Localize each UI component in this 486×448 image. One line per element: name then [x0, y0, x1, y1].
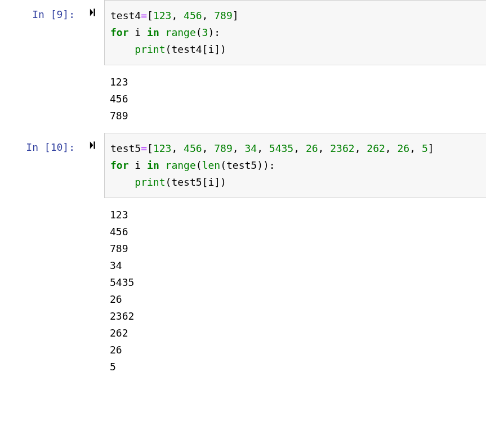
code-token: 26 [398, 142, 410, 154]
code-token: for [110, 159, 129, 171]
code-token: 262 [367, 142, 385, 154]
code-token: 123 [153, 142, 172, 154]
code-token: 789 [214, 142, 233, 154]
code-token: i [208, 43, 214, 55]
code-token: , [385, 142, 391, 154]
run-cell-icon[interactable] [89, 8, 97, 17]
code-token: i [135, 26, 141, 38]
code-token: , [171, 142, 177, 154]
code-token: 456 [184, 10, 202, 21]
code-token: , [233, 142, 239, 154]
run-column [82, 201, 104, 207]
prompt-column [0, 201, 82, 207]
code-token: : [214, 26, 220, 38]
code-token: , [355, 142, 361, 154]
code-token: ] [233, 10, 239, 21]
code-cell: In [9]: test4=[123, 456, 789] for i in r… [0, 0, 486, 65]
code-token: test5 [171, 176, 202, 188]
code-token [416, 142, 422, 154]
code-token: , [202, 142, 208, 154]
code-token [159, 26, 166, 38]
code-token: ) [257, 159, 263, 171]
code-token: 789 [214, 10, 233, 21]
code-token [391, 142, 398, 154]
code-token: ( [196, 26, 202, 38]
run-column [82, 133, 104, 150]
code-token: test4 [110, 10, 141, 21]
code-token: , [257, 142, 263, 154]
code-input-area[interactable]: test4=[123, 456, 789] for i in range(3):… [104, 0, 486, 65]
content-column: 123 456 789 [104, 68, 486, 130]
code-token: ] [428, 142, 434, 154]
code-token: : [269, 159, 275, 171]
code-token [239, 142, 245, 154]
output-cell: 123 456 789 34 5435 26 2362 262 26 5 [0, 201, 486, 381]
code-token: , [202, 10, 208, 21]
code-token: i [135, 159, 141, 171]
content-column: test5=[123, 456, 789, 34, 5435, 26, 2362… [104, 133, 486, 198]
code-token: 5435 [269, 142, 293, 154]
code-token: [ [147, 142, 153, 154]
output-area: 123 456 789 [104, 68, 486, 130]
code-token [129, 159, 135, 171]
code-token: print [135, 43, 165, 55]
svg-rect-0 [93, 8, 95, 16]
code-token [208, 142, 214, 154]
code-token [159, 159, 166, 171]
code-token: 2362 [330, 142, 354, 154]
code-token: test5 [110, 142, 141, 154]
code-token [300, 142, 306, 154]
code-token: [ [202, 176, 208, 188]
code-token: , [409, 142, 416, 154]
code-token: 5 [422, 142, 428, 154]
code-token: 456 [184, 142, 202, 154]
code-token [141, 159, 147, 171]
code-token [208, 10, 214, 21]
code-token: ] [214, 176, 220, 188]
code-token: i [208, 176, 214, 188]
code-token: for [110, 26, 129, 38]
input-prompt: In [9]: [32, 8, 75, 20]
run-column [82, 0, 104, 17]
code-token: ( [196, 159, 202, 171]
code-input-area[interactable]: test5=[123, 456, 789, 34, 5435, 26, 2362… [104, 133, 486, 198]
code-token: = [141, 10, 147, 21]
run-cell-icon[interactable] [89, 141, 97, 150]
code-token: , [293, 142, 300, 154]
code-cell: In [10]: test5=[123, 456, 789, 34, 5435,… [0, 133, 486, 198]
content-column: test4=[123, 456, 789] for i in range(3):… [104, 0, 486, 65]
code-token: , [318, 142, 324, 154]
code-token: , [171, 10, 177, 21]
code-token: [ [202, 43, 208, 55]
output-cell: 123 456 789 [0, 68, 486, 130]
run-column [82, 68, 104, 74]
output-area: 123 456 789 34 5435 26 2362 262 26 5 [104, 201, 486, 381]
code-token [110, 43, 135, 55]
prompt-column [0, 68, 82, 74]
code-token: print [135, 176, 165, 188]
code-token [263, 142, 269, 154]
code-token [177, 10, 184, 21]
code-token: in [147, 26, 159, 38]
code-token: 123 [153, 10, 172, 21]
code-token: ) [208, 26, 214, 38]
code-token [360, 142, 367, 154]
code-token: 3 [202, 26, 208, 38]
code-token: ) [220, 43, 226, 55]
code-token: test5 [226, 159, 257, 171]
code-token [129, 26, 135, 38]
code-token: ( [220, 159, 226, 171]
code-token: ) [220, 176, 226, 188]
code-token: test4 [171, 43, 202, 55]
input-prompt: In [10]: [26, 141, 75, 153]
code-token: = [141, 142, 147, 154]
code-token: ( [166, 43, 172, 55]
code-token: ( [166, 176, 172, 188]
code-token: len [202, 159, 221, 171]
code-token: [ [147, 10, 153, 21]
code-token [110, 176, 135, 188]
code-token: ] [214, 43, 220, 55]
code-token: 26 [306, 142, 318, 154]
prompt-column: In [10]: [0, 133, 82, 153]
code-token: range [166, 26, 196, 38]
